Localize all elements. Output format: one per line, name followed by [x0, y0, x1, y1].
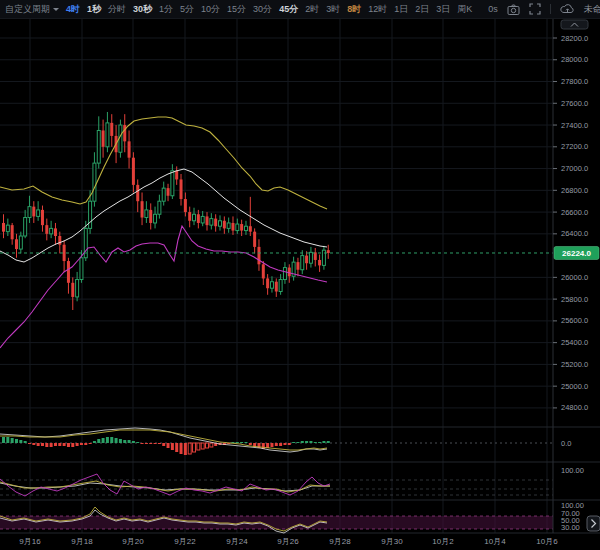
timeframe-15分[interactable]: 15分	[227, 3, 246, 16]
custom-period-label: 自定义周期	[5, 3, 50, 16]
toolbar-right-cluster: 0s 未命名	[479, 3, 600, 16]
svg-text:26224.0: 26224.0	[562, 249, 591, 258]
price-chart[interactable]: 28200.028000.027800.027600.027400.027200…	[0, 0, 600, 550]
timeframe-30分[interactable]: 30分	[253, 3, 272, 16]
collapse-axis-button[interactable]	[561, 20, 588, 29]
svg-text:26400.0: 26400.0	[561, 229, 588, 238]
timeframe-45分[interactable]: 45分	[279, 3, 298, 16]
svg-text:9月24: 9月24	[226, 537, 248, 546]
timeframe-分时[interactable]: 分时	[108, 3, 126, 16]
timeframe-1秒[interactable]: 1秒	[87, 3, 101, 16]
timeframe-30秒[interactable]: 30秒	[133, 3, 152, 16]
svg-text:9月16: 9月16	[19, 537, 41, 546]
svg-text:10月2: 10月2	[432, 537, 454, 546]
toolbar-divider	[550, 4, 551, 14]
countdown-label: 0s	[488, 4, 498, 14]
svg-text:28000.0: 28000.0	[561, 55, 588, 64]
svg-text:26000.0: 26000.0	[561, 273, 588, 282]
timeframe-2日[interactable]: 2日	[415, 3, 429, 16]
svg-text:27800.0: 27800.0	[561, 77, 588, 86]
fullscreen-icon[interactable]	[529, 3, 541, 15]
current-price-label: 26224.0	[554, 246, 599, 259]
svg-text:27200.0: 27200.0	[561, 142, 588, 151]
macd-zero-label: 0.0	[561, 439, 571, 448]
svg-text:10月4: 10月4	[484, 537, 506, 546]
timeframe-8时[interactable]: 8时	[347, 3, 361, 16]
svg-text:27000.0: 27000.0	[561, 164, 588, 173]
svg-text:25200.0: 25200.0	[561, 360, 588, 369]
timeframe-12时[interactable]: 12时	[368, 3, 387, 16]
timeframe-10分[interactable]: 10分	[201, 3, 220, 16]
top-toolbar: 自定义周期 4时1秒分时30秒1分5分10分15分30分45分2时3时8时12时…	[0, 0, 600, 19]
trading-app: { "toolbar": { "period_menu": "自定义周期", "…	[0, 0, 600, 550]
svg-text:9月28: 9月28	[329, 537, 351, 546]
expand-panel-button[interactable]	[587, 516, 600, 531]
svg-text:27400.0: 27400.0	[561, 121, 588, 130]
svg-text:9月18: 9月18	[71, 537, 93, 546]
svg-text:27600.0: 27600.0	[561, 99, 588, 108]
svg-text:25800.0: 25800.0	[561, 295, 588, 304]
account-name: 未命名	[584, 3, 600, 16]
account-menu[interactable]: 未命名	[584, 3, 600, 16]
timeframe-1分[interactable]: 1分	[159, 3, 173, 16]
timeframe-3日[interactable]: 3日	[436, 3, 450, 16]
timeframe-list: 4时1秒分时30秒1分5分10分15分30分45分2时3时8时12时1日2日3日…	[66, 3, 479, 16]
svg-text:30.00: 30.00	[561, 523, 580, 532]
svg-text:25400.0: 25400.0	[561, 338, 588, 347]
timeframe-5分[interactable]: 5分	[180, 3, 194, 16]
svg-text:9月20: 9月20	[122, 537, 144, 546]
timeframe-4时[interactable]: 4时	[66, 3, 80, 16]
svg-text:9月30: 9月30	[381, 537, 403, 546]
screenshot-camera-icon[interactable]	[507, 3, 520, 16]
svg-text:10月6: 10月6	[536, 537, 558, 546]
custom-period-menu[interactable]: 自定义周期	[5, 3, 59, 16]
chevron-down-icon	[53, 8, 59, 11]
kdj-top-label: 100.00	[561, 466, 584, 475]
timeframe-3时[interactable]: 3时	[326, 3, 340, 16]
timeframe-2时[interactable]: 2时	[305, 3, 319, 16]
svg-text:28200.0: 28200.0	[561, 34, 588, 43]
svg-text:24800.0: 24800.0	[561, 403, 588, 412]
svg-text:26800.0: 26800.0	[561, 186, 588, 195]
svg-text:26600.0: 26600.0	[561, 208, 588, 217]
svg-text:9月22: 9月22	[174, 537, 196, 546]
timeframe-1日[interactable]: 1日	[394, 3, 408, 16]
cloud-save-icon[interactable]	[560, 3, 575, 15]
svg-text:25000.0: 25000.0	[561, 382, 588, 391]
svg-text:25600.0: 25600.0	[561, 316, 588, 325]
timeframe-周K[interactable]: 周K	[457, 3, 472, 16]
svg-text:9月26: 9月26	[277, 537, 299, 546]
